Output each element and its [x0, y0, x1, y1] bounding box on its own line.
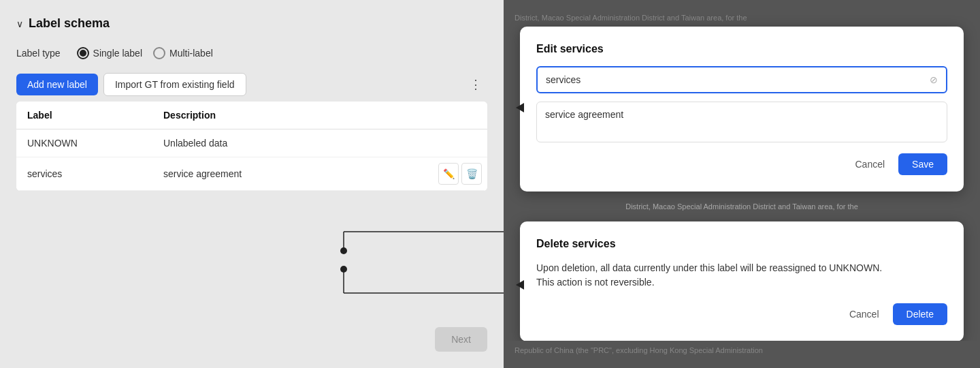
- description-cell: Unlabeled data: [152, 129, 433, 157]
- actions-cell: [433, 135, 487, 151]
- delete-modal-footer: Cancel Delete: [536, 303, 947, 325]
- edit-label-button[interactable]: ✏️: [438, 163, 459, 185]
- edit-services-modal: Edit services services ⊘ service agreeme…: [520, 27, 964, 191]
- label-type-label: Label type: [16, 48, 61, 59]
- label-schema-header: ∨ Label schema: [16, 16, 487, 31]
- next-button[interactable]: Next: [435, 327, 487, 352]
- edit-name-value: services: [546, 74, 930, 85]
- label-table: Label Description UNKNOWN Unlabeled data…: [16, 102, 487, 191]
- multi-label-radio[interactable]: [153, 47, 165, 59]
- single-label-radio[interactable]: [77, 47, 89, 59]
- chevron-icon[interactable]: ∨: [16, 18, 23, 29]
- modals-container: Edit services services ⊘ service agreeme…: [504, 0, 980, 368]
- edit-name-field[interactable]: services ⊘: [536, 66, 947, 93]
- svg-point-0: [340, 247, 347, 254]
- svg-point-1: [340, 266, 347, 273]
- left-panel: ∨ Label schema Label type Single label M…: [0, 0, 504, 368]
- multi-label-option[interactable]: Multi-label: [153, 47, 213, 59]
- single-label-text: Single label: [93, 48, 142, 59]
- delete-cancel-button[interactable]: Cancel: [841, 303, 887, 325]
- input-clear-icon[interactable]: ⊘: [930, 74, 938, 85]
- bg-text-mid: District, Macao Special Administration D…: [520, 202, 964, 211]
- edit-description-field[interactable]: service agreement: [536, 102, 947, 142]
- edit-save-button[interactable]: Save: [898, 153, 947, 175]
- label-type-row: Label type Single label Multi-label: [16, 47, 487, 59]
- edit-cancel-button[interactable]: Cancel: [847, 153, 893, 175]
- description-cell: service agreement: [152, 160, 433, 187]
- schema-title: Label schema: [29, 16, 110, 31]
- delete-confirm-button[interactable]: Delete: [893, 303, 947, 325]
- more-options-icon[interactable]: ⋮: [464, 74, 487, 95]
- toolbar-row: Add new label Import GT from existing fi…: [16, 73, 487, 96]
- table-header: Label Description: [16, 102, 487, 129]
- label-cell: UNKNOWN: [16, 129, 152, 157]
- label-cell: services: [16, 160, 152, 187]
- right-panel: District, Macao Special Administration D…: [504, 0, 980, 368]
- trash-icon: 🗑️: [466, 168, 478, 179]
- edit-modal-title: Edit services: [536, 43, 947, 55]
- row-actions: ✏️ 🗑️: [433, 157, 487, 190]
- delete-modal-title: Delete services: [536, 238, 947, 250]
- single-label-option[interactable]: Single label: [77, 47, 142, 59]
- delete-label-button[interactable]: 🗑️: [461, 163, 482, 185]
- delete-modal-body: Upon deletion, all data currently under …: [536, 261, 947, 290]
- label-column-header: Label: [16, 102, 152, 129]
- actions-column-header: [433, 102, 487, 129]
- edit-description-value: service agreement: [545, 109, 623, 120]
- table-row: UNKNOWN Unlabeled data: [16, 129, 487, 157]
- description-column-header: Description: [152, 102, 433, 129]
- import-gt-button[interactable]: Import GT from existing field: [103, 73, 246, 96]
- table-row: services service agreement ✏️ 🗑️: [16, 157, 487, 191]
- multi-label-text: Multi-label: [169, 48, 213, 59]
- edit-modal-footer: Cancel Save: [536, 153, 947, 175]
- delete-services-modal: Delete services Upon deletion, all data …: [520, 221, 964, 341]
- edit-icon: ✏️: [443, 168, 455, 179]
- bg-text-bottom: Republic of China (the "PRC", excluding …: [504, 341, 980, 368]
- add-label-button[interactable]: Add new label: [16, 74, 98, 95]
